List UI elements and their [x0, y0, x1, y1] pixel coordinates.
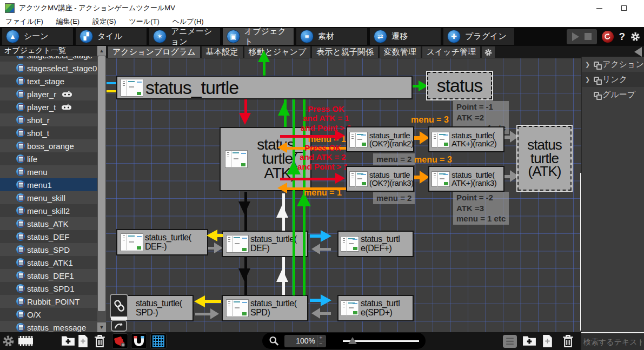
object-list-item-rubbit-point[interactable]: Rubbit_POINT: [0, 295, 97, 308]
magnet-toggle-button[interactable]: [131, 333, 147, 349]
object-list-item-status-def1[interactable]: status_DEF1: [0, 269, 97, 282]
stop-icon[interactable]: [585, 33, 592, 40]
editor-tab[interactable]: 変数管理: [380, 46, 421, 58]
tab-animation[interactable]: ✶アニメーション: [149, 28, 220, 45]
screenshot-icon: [349, 132, 368, 147]
node-status-turtle-ok-rank3[interactable]: status_turtle(OK?)(rank3): [346, 166, 414, 192]
screenshot-icon: [121, 233, 143, 251]
playback-controls: [567, 29, 597, 44]
help-button[interactable]: ?: [619, 31, 625, 43]
object-list-item-stageselect-stage0[interactable]: stageselect_stage0: [0, 62, 97, 75]
zoom-stepper[interactable]: +−: [317, 335, 324, 347]
object-list-item-status-spd[interactable]: status_SPD: [0, 243, 97, 256]
object-list-item-menu-skill2[interactable]: menu_skill2: [0, 204, 97, 217]
object-list-item-text-stage[interactable]: text_stage: [0, 75, 97, 88]
add-item-icon[interactable]: [542, 334, 553, 348]
object-list-item-status-atk[interactable]: status_ATK: [0, 217, 97, 230]
scroll-up-button[interactable]: ▲: [97, 46, 106, 56]
editor-tab[interactable]: 移動とジャンプ: [244, 46, 311, 58]
settings-icon[interactable]: [630, 31, 641, 42]
chevron-right-icon[interactable]: ❯: [585, 61, 590, 68]
object-list-item-status-def[interactable]: status_DEF: [0, 230, 97, 243]
object-list-item-life[interactable]: life: [0, 152, 97, 165]
flow-canvas[interactable]: アクションプログラム基本設定移動とジャンプ表示と親子関係変数管理スイッチ管理 s…: [106, 46, 644, 332]
editor-tab[interactable]: 基本設定: [202, 46, 243, 58]
tab-transition[interactable]: ⇄遷移: [370, 28, 441, 45]
delete-icon[interactable]: [94, 334, 105, 348]
scrollbar-thumb[interactable]: [98, 56, 105, 311]
node-status-turtle-spd[interactable]: status_turtle(SPD): [222, 295, 308, 321]
cards-toggle-button[interactable]: [112, 333, 128, 349]
curve-tool-button[interactable]: [111, 320, 127, 332]
tab-scene[interactable]: ▲シーン: [2, 28, 73, 45]
menu-item[interactable]: 設定(S): [92, 17, 116, 26]
minimize-button[interactable]: [587, 0, 612, 16]
menu-item[interactable]: ヘルプ(H): [172, 17, 204, 26]
object-list-item-status-spd1[interactable]: status_SPD1: [0, 282, 97, 295]
object-list-item-menu[interactable]: menu: [0, 165, 97, 178]
object-list-item-menu1[interactable]: menu1: [0, 178, 97, 191]
editor-tab[interactable]: スイッチ管理: [422, 46, 480, 58]
object-list-item-status-message[interactable]: status_message: [0, 321, 97, 332]
object-list-item-shot-t[interactable]: shot_t: [0, 126, 97, 139]
editor-settings-icon[interactable]: [482, 46, 495, 58]
node-status-turtle-def[interactable]: status_turtle(DEF): [222, 231, 308, 257]
menu-item[interactable]: ツール(T): [129, 17, 160, 26]
menu-item[interactable]: ファイル(F): [5, 17, 43, 26]
node-status-turtle-atkplus-rank3[interactable]: status_turtle(ATK+)(rank3): [428, 166, 504, 192]
panel-item-アクション[interactable]: ❯アクション: [582, 57, 644, 72]
object-list-item-menu-skill[interactable]: menu_skill: [0, 191, 97, 204]
node-status-turtle[interactable]: status_turtle: [116, 76, 413, 99]
tab-plugin[interactable]: ✚プラグイン: [443, 28, 514, 45]
object-list-item-boss-orange[interactable]: boss_orange: [0, 139, 97, 152]
object-list-item-shot-r[interactable]: shot_r: [0, 113, 97, 126]
app-window: アクツクMV講座 - アクションゲームツクールMV ファイル(F)編集(E)設定…: [0, 0, 644, 350]
tab-label: プラグイン: [465, 31, 507, 42]
object-list-item-stageselect-stage[interactable]: stageselect_stage: [0, 56, 97, 62]
node-status-turtle-atkplus-rank2[interactable]: status_turtle(ATK+)(rank2): [428, 126, 504, 152]
editor-tab[interactable]: アクションプログラム: [108, 46, 200, 58]
node-status-turtle-def-minus[interactable]: status_turtle(DEF-): [116, 229, 208, 255]
tab-scroll-left-icon[interactable]: [634, 47, 642, 57]
tab-material[interactable]: ≡素材: [296, 28, 367, 45]
flow-arrowhead: [194, 295, 205, 307]
object-list-item-o-x[interactable]: O/X: [0, 308, 97, 321]
node-status[interactable]: status: [427, 72, 492, 99]
panel-resize-handle[interactable]: [580, 173, 581, 331]
slider-thumb[interactable]: [348, 337, 357, 344]
add-folder-icon[interactable]: [61, 334, 75, 346]
object-list-scrollbar[interactable]: ▲ ▼: [97, 46, 106, 332]
node-status-turtle-ok-rank2[interactable]: status_turtle(OK?)(rank2): [346, 126, 414, 152]
editor-tab[interactable]: 表示と親子関係: [312, 46, 377, 58]
scene-icon: ▲: [6, 30, 19, 43]
add-object-icon[interactable]: [78, 334, 88, 348]
chevron-right-icon[interactable]: ❯: [585, 76, 590, 83]
panel-item-リンク[interactable]: ❯リンク: [582, 72, 644, 87]
zoom-slider[interactable]: [343, 335, 419, 346]
panel-item-グループ[interactable]: グループ: [582, 87, 644, 102]
zoom-value[interactable]: 100% +−: [284, 335, 326, 347]
delete-icon[interactable]: [562, 334, 574, 348]
play-icon[interactable]: [572, 32, 579, 41]
grid-toggle-button[interactable]: [150, 333, 167, 349]
node-status-turtle-spd-plus[interactable]: status_turtle(SPD+): [337, 295, 414, 321]
node-status-turtle-atk-target[interactable]: statusturtle(ATK): [517, 126, 572, 191]
node-status-turtle-def-plus[interactable]: status_turtle(DEF+): [337, 231, 414, 257]
cards-icon: [114, 335, 127, 348]
link-tool-button[interactable]: [110, 294, 128, 319]
object-list-item-player-r[interactable]: player_r: [0, 88, 97, 100]
flow-line: [107, 90, 116, 92]
search-input[interactable]: [581, 333, 644, 350]
film-icon[interactable]: [18, 336, 33, 346]
object-list-item-player-t[interactable]: player_t: [0, 100, 97, 113]
tab-object[interactable]: ▣オブジェクト: [223, 28, 294, 45]
add-folder-icon[interactable]: [522, 334, 536, 346]
object-list-item-status-atk1[interactable]: status_ATK1: [0, 256, 97, 269]
menu-item[interactable]: 編集(E): [56, 17, 79, 26]
scroll-down-button[interactable]: ▼: [97, 322, 106, 332]
undo-button[interactable]: [602, 31, 614, 43]
tab-tile[interactable]: ▞タイル: [76, 28, 147, 45]
maximize-button[interactable]: [612, 0, 636, 16]
flow-arrowhead: [321, 294, 331, 306]
settings-icon[interactable]: [2, 334, 15, 348]
